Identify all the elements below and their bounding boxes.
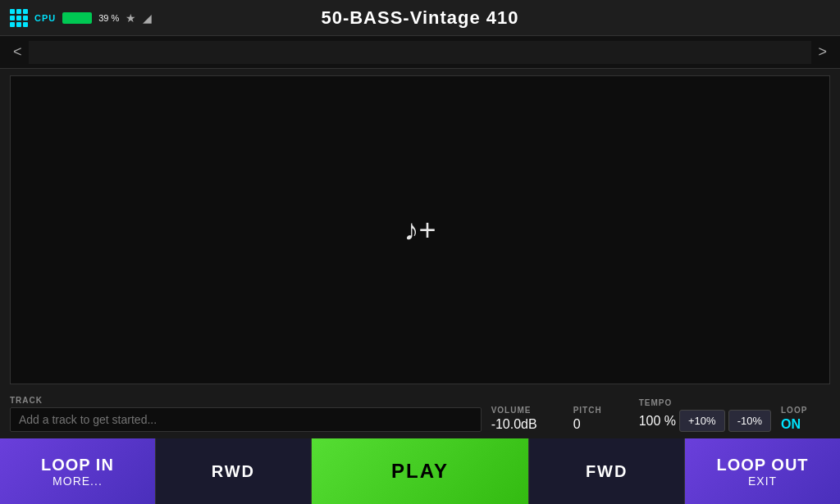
track-controls: TRACK VOLUME -10.0dB PITCH 0 TEMPO 100 %… <box>0 391 840 438</box>
nav-bar: < > <box>0 36 840 69</box>
cpu-label: CPU <box>34 13 56 23</box>
pitch-label: PITCH <box>573 406 623 415</box>
bottom-buttons: LOOP IN MORE... RWD PLAY FWD LOOP OUT EX… <box>0 438 840 504</box>
loop-in-button[interactable]: LOOP IN MORE... <box>0 438 155 504</box>
loop-out-button[interactable]: LOOP OUT EXIT <box>684 438 840 504</box>
track-label: TRACK <box>10 396 482 405</box>
bluetooth-icon: ★ <box>126 11 136 25</box>
wifi-icon: ◢ <box>143 11 152 25</box>
cpu-bar <box>62 12 92 24</box>
waveform-area: ♪+ <box>10 75 830 384</box>
play-button[interactable]: PLAY <box>311 438 528 504</box>
grid-icon[interactable] <box>10 9 28 27</box>
loop-in-sub-label: MORE... <box>52 474 103 488</box>
volume-label: VOLUME <box>491 406 557 415</box>
pitch-group: PITCH 0 <box>573 406 623 432</box>
loop-label: LOOP <box>781 406 830 415</box>
tempo-group: TEMPO 100 % +10% -10% <box>639 398 771 432</box>
loop-group: LOOP ON <box>781 406 830 432</box>
pitch-value: 0 <box>573 417 623 432</box>
nav-left-arrow[interactable]: < <box>7 40 29 64</box>
loop-out-sub-label: EXIT <box>748 474 777 488</box>
tempo-minus-button[interactable]: -10% <box>728 410 771 432</box>
nav-right-arrow[interactable]: > <box>811 40 833 64</box>
status-bar: CPU 39 % ★ ◢ 50-BASS-Vintage 410 <box>0 0 840 36</box>
cpu-value: 39 % <box>98 13 119 23</box>
page-title: 50-BASS-Vintage 410 <box>321 7 518 29</box>
tempo-plus-button[interactable]: +10% <box>679 410 725 432</box>
loop-value: ON <box>781 417 830 432</box>
tempo-buttons: 100 % +10% -10% <box>639 410 771 432</box>
nav-content <box>29 41 812 64</box>
tempo-label: TEMPO <box>639 398 771 407</box>
tempo-value: 100 % <box>639 414 676 429</box>
track-input[interactable] <box>10 407 482 432</box>
fwd-button[interactable]: FWD <box>528 438 684 504</box>
volume-value: -10.0dB <box>491 417 557 432</box>
volume-group: VOLUME -10.0dB <box>491 406 557 432</box>
track-group: TRACK <box>10 396 482 432</box>
rwd-button[interactable]: RWD <box>155 438 311 504</box>
add-track-icon[interactable]: ♪+ <box>404 213 436 247</box>
